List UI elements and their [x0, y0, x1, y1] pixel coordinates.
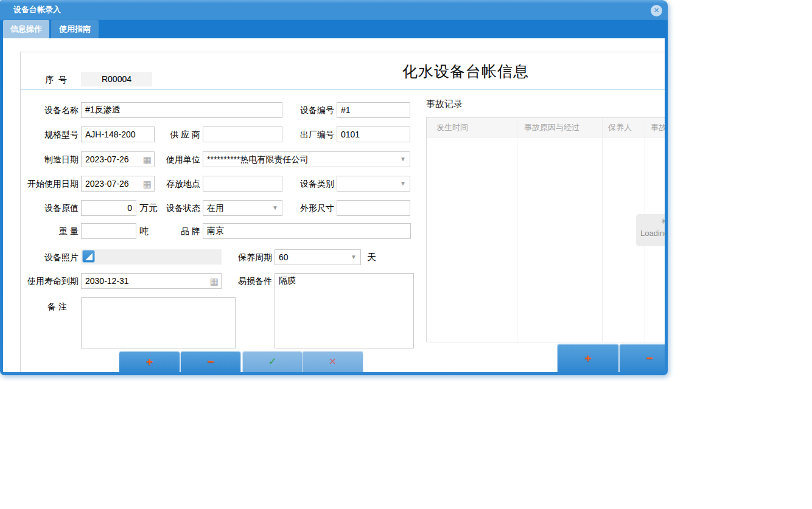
maint-cycle-value: 60: [279, 252, 289, 262]
grid-divider: [517, 118, 517, 342]
brand-label: 品 牌: [161, 223, 200, 239]
fragile-parts-textarea[interactable]: 隔膜: [275, 273, 414, 348]
tab-user-guide[interactable]: 使用指南: [51, 20, 99, 38]
factory-no-label: 出厂编号: [268, 126, 334, 142]
page-title: 化水设备台帐信息: [344, 61, 587, 81]
supplier-label: 供 应 商: [147, 126, 200, 142]
photo-upload-icon[interactable]: [82, 250, 95, 263]
dimensions-input[interactable]: [337, 200, 410, 216]
equipment-ledger-dialog: 设备台帐录入 ✕ 信息操作 使用指南 序 号 R00004 化水设备台帐信息 设…: [0, 0, 668, 375]
screen: 设备台帐录入 ✕ 信息操作 使用指南 序 号 R00004 化水设备台帐信息 设…: [0, 0, 812, 509]
dialog-title: 设备台帐录入: [13, 0, 61, 19]
grid-divider: [602, 118, 603, 342]
serial-label: 序 号: [33, 72, 67, 88]
loading-indicator: ✳ Loading...: [636, 214, 665, 246]
remark-label: 备 注: [33, 299, 67, 314]
device-name-input[interactable]: [81, 102, 282, 118]
photo-label: 设备照片: [18, 249, 79, 265]
start-date-value: 2023-07-26: [85, 179, 129, 189]
orig-value-label: 设备原值: [18, 200, 79, 216]
cancel-button[interactable]: ✕: [302, 351, 363, 372]
accident-records-grid: 发生时间 事故原因与经过 保养人 事故: [426, 117, 665, 342]
delete-record-button[interactable]: −: [180, 351, 241, 372]
device-status-label: 设备状态: [161, 200, 200, 216]
use-unit-label: 使用单位: [147, 151, 200, 167]
spec-model-input[interactable]: [81, 126, 155, 142]
dimensions-label: 外形尺寸: [268, 200, 334, 216]
device-no-label: 设备编号: [268, 102, 334, 118]
maint-cycle-label: 保养周期: [232, 249, 272, 265]
tab-info-operation[interactable]: 信息操作: [3, 20, 49, 38]
add-record-button[interactable]: +: [119, 351, 180, 372]
remark-textarea[interactable]: [81, 297, 236, 348]
confirm-button[interactable]: ✓: [242, 351, 303, 372]
orig-value-unit: 万元: [139, 200, 158, 216]
use-unit-value: **********热电有限责任公司: [207, 154, 308, 164]
photo-field: [81, 249, 222, 265]
weight-input[interactable]: [81, 223, 136, 239]
calendar-icon[interactable]: ▦: [210, 274, 219, 289]
chevron-down-icon: ▼: [351, 250, 357, 265]
mfg-date-label: 制造日期: [18, 151, 79, 167]
dialog-content: 序 号 R00004 化水设备台帐信息 设备名称 设备编号 规格型号 供 应 商…: [3, 38, 665, 372]
device-name-label: 设备名称: [18, 102, 79, 118]
mfg-date-input[interactable]: 2023-07-26 ▦: [81, 151, 155, 167]
life-end-value: 2030-12-31: [85, 276, 129, 286]
maint-cycle-unit: 天: [367, 249, 376, 265]
maint-cycle-select[interactable]: 60 ▼: [275, 249, 361, 265]
orig-value-input[interactable]: [81, 200, 136, 216]
device-status-value: 在用: [207, 203, 224, 213]
chevron-down-icon: ▼: [400, 176, 406, 191]
life-end-input[interactable]: 2030-12-31 ▦: [81, 273, 222, 289]
device-cat-select[interactable]: ▼: [337, 176, 410, 192]
life-end-label: 使用寿命到期: [15, 273, 79, 289]
serial-value-field: R00004: [81, 72, 152, 86]
header-separator: [21, 89, 665, 90]
accident-records-title: 事故记录: [426, 99, 463, 110]
spec-model-label: 规格型号: [18, 126, 79, 142]
grid-header: 发生时间 事故原因与经过 保养人 事故: [427, 118, 665, 137]
spinner-icon: ✳: [660, 217, 665, 227]
close-icon[interactable]: ✕: [651, 5, 662, 16]
tab-bar: 信息操作 使用指南: [3, 20, 665, 38]
mfg-date-value: 2023-07-26: [85, 154, 129, 164]
device-no-input[interactable]: [337, 102, 410, 118]
chevron-down-icon: ▼: [400, 152, 406, 167]
col-maintainer: 保养人: [608, 118, 632, 137]
dialog-titlebar: 设备台帐录入 ✕: [0, 0, 668, 20]
factory-no-input[interactable]: [337, 126, 410, 142]
start-date-label: 开始使用日期: [15, 176, 79, 192]
fragile-parts-label: 易损备件: [232, 273, 272, 289]
col-occurrence-time: 发生时间: [436, 118, 468, 137]
delete-accident-button[interactable]: −: [619, 344, 665, 372]
brand-input[interactable]: [203, 223, 411, 239]
use-unit-select[interactable]: **********热电有限责任公司 ▼: [203, 151, 410, 167]
weight-unit: 吨: [139, 223, 149, 239]
loading-text: Loading...: [640, 229, 665, 238]
weight-label: 重 量: [18, 223, 79, 239]
add-accident-button[interactable]: +: [557, 344, 619, 372]
start-date-input[interactable]: 2023-07-26 ▦: [81, 176, 155, 192]
storage-loc-label: 存放地点: [147, 176, 200, 192]
col-cause-process: 事故原因与经过: [524, 118, 579, 137]
device-cat-label: 设备类别: [268, 176, 334, 192]
col-accident: 事故: [651, 118, 665, 137]
